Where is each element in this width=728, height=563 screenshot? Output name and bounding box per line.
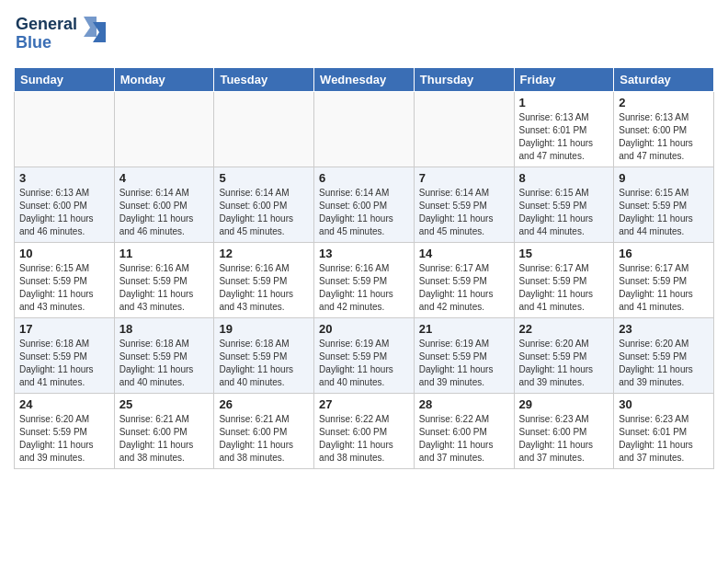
day-number: 3 — [19, 171, 109, 185]
day-info: Sunrise: 6:17 AM Sunset: 5:59 PM Dayligh… — [519, 262, 609, 314]
day-info: Sunrise: 6:17 AM Sunset: 5:59 PM Dayligh… — [419, 262, 509, 314]
svg-text:General: General — [16, 15, 77, 33]
calendar-cell: 20Sunrise: 6:19 AM Sunset: 5:59 PM Dayli… — [314, 318, 415, 394]
day-number: 25 — [119, 397, 210, 411]
day-info: Sunrise: 6:14 AM Sunset: 5:59 PM Dayligh… — [419, 187, 509, 238]
day-info: Sunrise: 6:18 AM Sunset: 5:59 PM Dayligh… — [219, 338, 309, 389]
day-number: 21 — [419, 322, 509, 336]
day-info: Sunrise: 6:22 AM Sunset: 6:00 PM Dayligh… — [319, 413, 409, 465]
day-number: 6 — [319, 171, 409, 185]
day-number: 20 — [319, 322, 409, 336]
calendar-week-row-1: 1Sunrise: 6:13 AM Sunset: 6:01 PM Daylig… — [15, 92, 714, 167]
logo-svg: General Blue — [14, 9, 115, 60]
weekday-header-thursday: Thursday — [414, 68, 514, 92]
calendar-cell: 30Sunrise: 6:23 AM Sunset: 6:01 PM Dayli… — [614, 394, 714, 469]
day-number: 18 — [119, 322, 210, 336]
calendar-cell: 4Sunrise: 6:14 AM Sunset: 6:00 PM Daylig… — [114, 167, 214, 243]
calendar-cell: 3Sunrise: 6:13 AM Sunset: 6:00 PM Daylig… — [15, 167, 115, 243]
day-info: Sunrise: 6:13 AM Sunset: 6:01 PM Dayligh… — [519, 111, 609, 163]
calendar-week-row-3: 10Sunrise: 6:15 AM Sunset: 5:59 PM Dayli… — [15, 243, 714, 318]
day-info: Sunrise: 6:15 AM Sunset: 5:59 PM Dayligh… — [619, 187, 709, 238]
day-info: Sunrise: 6:13 AM Sunset: 6:00 PM Dayligh… — [19, 187, 109, 238]
weekday-header-tuesday: Tuesday — [214, 68, 314, 92]
day-info: Sunrise: 6:21 AM Sunset: 6:00 PM Dayligh… — [219, 413, 309, 465]
day-info: Sunrise: 6:16 AM Sunset: 5:59 PM Dayligh… — [319, 262, 409, 314]
weekday-header-row: SundayMondayTuesdayWednesdayThursdayFrid… — [15, 68, 714, 92]
day-info: Sunrise: 6:23 AM Sunset: 6:01 PM Dayligh… — [619, 413, 709, 465]
calendar-cell: 24Sunrise: 6:20 AM Sunset: 5:59 PM Dayli… — [15, 394, 115, 469]
calendar-cell: 21Sunrise: 6:19 AM Sunset: 5:59 PM Dayli… — [414, 318, 514, 394]
day-number: 10 — [19, 247, 109, 260]
calendar-cell — [114, 92, 214, 167]
day-number: 19 — [219, 322, 309, 336]
calendar-cell: 9Sunrise: 6:15 AM Sunset: 5:59 PM Daylig… — [614, 167, 714, 243]
calendar-cell: 28Sunrise: 6:22 AM Sunset: 6:00 PM Dayli… — [414, 394, 514, 469]
calendar-cell: 19Sunrise: 6:18 AM Sunset: 5:59 PM Dayli… — [214, 318, 314, 394]
day-info: Sunrise: 6:14 AM Sunset: 6:00 PM Dayligh… — [119, 187, 210, 238]
day-info: Sunrise: 6:18 AM Sunset: 5:59 PM Dayligh… — [19, 338, 109, 389]
day-number: 28 — [419, 397, 509, 411]
calendar-cell: 29Sunrise: 6:23 AM Sunset: 6:00 PM Dayli… — [514, 394, 614, 469]
calendar-cell: 13Sunrise: 6:16 AM Sunset: 5:59 PM Dayli… — [314, 243, 415, 318]
day-number: 1 — [519, 96, 609, 109]
day-number: 7 — [419, 171, 509, 185]
calendar-cell: 8Sunrise: 6:15 AM Sunset: 5:59 PM Daylig… — [514, 167, 614, 243]
header: General Blue — [14, 9, 714, 60]
calendar-cell: 6Sunrise: 6:14 AM Sunset: 6:00 PM Daylig… — [314, 167, 415, 243]
day-info: Sunrise: 6:14 AM Sunset: 6:00 PM Dayligh… — [219, 187, 309, 238]
day-number: 9 — [619, 171, 709, 185]
calendar-cell: 10Sunrise: 6:15 AM Sunset: 5:59 PM Dayli… — [15, 243, 115, 318]
day-number: 11 — [119, 247, 210, 260]
calendar-week-row-5: 24Sunrise: 6:20 AM Sunset: 5:59 PM Dayli… — [15, 394, 714, 469]
weekday-header-sunday: Sunday — [15, 68, 115, 92]
calendar-week-row-2: 3Sunrise: 6:13 AM Sunset: 6:00 PM Daylig… — [15, 167, 714, 243]
day-number: 17 — [19, 322, 109, 336]
day-number: 24 — [19, 397, 109, 411]
day-info: Sunrise: 6:16 AM Sunset: 5:59 PM Dayligh… — [119, 262, 210, 314]
day-number: 27 — [319, 397, 409, 411]
calendar-table: SundayMondayTuesdayWednesdayThursdayFrid… — [14, 67, 714, 469]
day-number: 15 — [519, 247, 609, 260]
calendar-cell: 22Sunrise: 6:20 AM Sunset: 5:59 PM Dayli… — [514, 318, 614, 394]
day-info: Sunrise: 6:16 AM Sunset: 5:59 PM Dayligh… — [219, 262, 309, 314]
day-info: Sunrise: 6:20 AM Sunset: 5:59 PM Dayligh… — [19, 413, 109, 465]
day-number: 22 — [519, 322, 609, 336]
logo: General Blue — [14, 9, 115, 60]
calendar-cell — [414, 92, 514, 167]
day-info: Sunrise: 6:18 AM Sunset: 5:59 PM Dayligh… — [119, 338, 210, 389]
weekday-header-friday: Friday — [514, 68, 614, 92]
calendar-cell: 17Sunrise: 6:18 AM Sunset: 5:59 PM Dayli… — [15, 318, 115, 394]
calendar-cell: 18Sunrise: 6:18 AM Sunset: 5:59 PM Dayli… — [114, 318, 214, 394]
calendar-cell: 1Sunrise: 6:13 AM Sunset: 6:01 PM Daylig… — [514, 92, 614, 167]
day-info: Sunrise: 6:17 AM Sunset: 5:59 PM Dayligh… — [619, 262, 709, 314]
day-number: 13 — [319, 247, 409, 260]
day-number: 8 — [519, 171, 609, 185]
day-number: 2 — [619, 96, 709, 109]
day-number: 4 — [119, 171, 210, 185]
day-number: 5 — [219, 171, 309, 185]
day-info: Sunrise: 6:13 AM Sunset: 6:00 PM Dayligh… — [619, 111, 709, 163]
day-info: Sunrise: 6:15 AM Sunset: 5:59 PM Dayligh… — [19, 262, 109, 314]
calendar-cell — [15, 92, 115, 167]
calendar-cell: 16Sunrise: 6:17 AM Sunset: 5:59 PM Dayli… — [614, 243, 714, 318]
calendar-cell: 15Sunrise: 6:17 AM Sunset: 5:59 PM Dayli… — [514, 243, 614, 318]
day-info: Sunrise: 6:19 AM Sunset: 5:59 PM Dayligh… — [419, 338, 509, 389]
page-container: General Blue SundayMondayTuesdayWednesda… — [0, 0, 728, 478]
calendar-cell: 14Sunrise: 6:17 AM Sunset: 5:59 PM Dayli… — [414, 243, 514, 318]
calendar-cell: 26Sunrise: 6:21 AM Sunset: 6:00 PM Dayli… — [214, 394, 314, 469]
calendar-cell: 27Sunrise: 6:22 AM Sunset: 6:00 PM Dayli… — [314, 394, 415, 469]
calendar-cell: 12Sunrise: 6:16 AM Sunset: 5:59 PM Dayli… — [214, 243, 314, 318]
calendar-cell: 7Sunrise: 6:14 AM Sunset: 5:59 PM Daylig… — [414, 167, 514, 243]
svg-text:Blue: Blue — [16, 33, 51, 52]
day-number: 16 — [619, 247, 709, 260]
calendar-cell: 23Sunrise: 6:20 AM Sunset: 5:59 PM Dayli… — [614, 318, 714, 394]
calendar-week-row-4: 17Sunrise: 6:18 AM Sunset: 5:59 PM Dayli… — [15, 318, 714, 394]
day-number: 26 — [219, 397, 309, 411]
calendar-cell: 2Sunrise: 6:13 AM Sunset: 6:00 PM Daylig… — [614, 92, 714, 167]
day-info: Sunrise: 6:14 AM Sunset: 6:00 PM Dayligh… — [319, 187, 409, 238]
day-number: 23 — [619, 322, 709, 336]
day-info: Sunrise: 6:20 AM Sunset: 5:59 PM Dayligh… — [619, 338, 709, 389]
weekday-header-monday: Monday — [114, 68, 214, 92]
day-number: 12 — [219, 247, 309, 260]
weekday-header-wednesday: Wednesday — [314, 68, 415, 92]
